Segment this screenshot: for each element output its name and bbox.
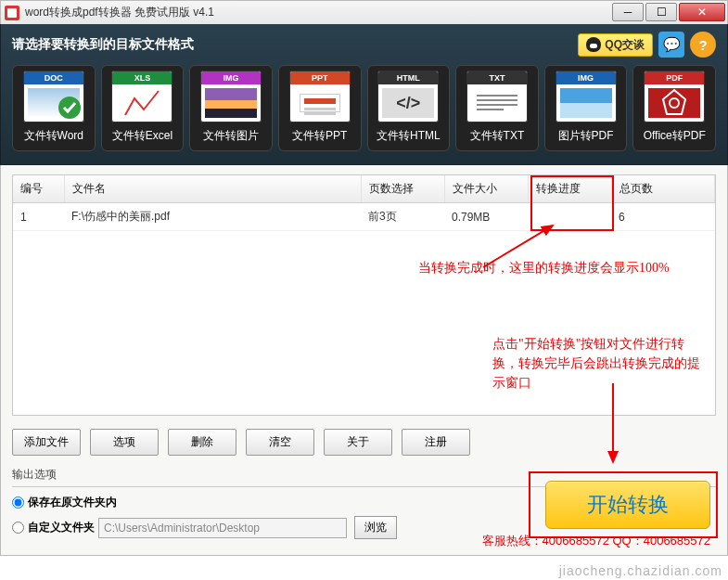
filetype-icon: XLS bbox=[111, 71, 172, 122]
about-button[interactable]: 关于 bbox=[324, 429, 392, 456]
close-button[interactable]: ✕ bbox=[679, 3, 725, 21]
col-total[interactable]: 总页数 bbox=[611, 175, 715, 203]
radio-original-folder[interactable] bbox=[12, 496, 24, 509]
col-pages[interactable]: 页数选择 bbox=[361, 175, 444, 203]
annotation-progress: 当转换完成时，这里的转换进度会显示100% bbox=[418, 258, 678, 277]
filetype-icon: DOC bbox=[23, 71, 84, 122]
panel-subtitle: 请选择要转换到的目标文件格式 bbox=[12, 36, 578, 53]
svg-point-1 bbox=[670, 98, 679, 108]
filetype-card-1[interactable]: XLS文件转Excel bbox=[101, 65, 185, 151]
radio-custom-folder-label: 自定义文件夹 bbox=[28, 520, 95, 535]
filetype-card-7[interactable]: PDFOffice转PDF bbox=[632, 65, 716, 151]
filetype-card-2[interactable]: IMG文件转图片 bbox=[189, 65, 273, 151]
format-selector-panel: 请选择要转换到的目标文件格式 QQ交谈 💬 ? DOC文件转WordXLS文件转… bbox=[0, 24, 728, 165]
filetype-label: 文件转HTML bbox=[377, 128, 441, 144]
cell-size: 0.79MB bbox=[444, 203, 528, 231]
filetype-icon: IMG bbox=[556, 71, 617, 122]
delete-button[interactable]: 删除 bbox=[168, 429, 236, 456]
filetype-label: Office转PDF bbox=[644, 128, 706, 144]
filetype-label: 文件转Excel bbox=[112, 128, 172, 144]
filetype-icon: PDF bbox=[644, 71, 705, 122]
clear-button[interactable]: 清空 bbox=[246, 429, 314, 456]
cell-name: F:\伤感中的美丽.pdf bbox=[64, 203, 361, 231]
minimize-button[interactable]: ─ bbox=[612, 3, 644, 21]
qq-chat-button[interactable]: QQ交谈 bbox=[578, 33, 653, 57]
qq-icon bbox=[586, 37, 601, 52]
maximize-button[interactable]: ☐ bbox=[645, 3, 677, 21]
output-path-input[interactable] bbox=[98, 518, 347, 538]
filetype-icon: HTML</> bbox=[377, 71, 439, 122]
filetype-card-0[interactable]: DOC文件转Word bbox=[12, 65, 96, 151]
app-icon bbox=[5, 6, 19, 20]
watermark: jiaocheng.chazidian.com bbox=[559, 563, 722, 578]
qq-chat-label: QQ交谈 bbox=[605, 37, 645, 53]
filetype-label: 文件转Word bbox=[24, 128, 83, 144]
highlight-start-button bbox=[529, 471, 718, 538]
cell-total: 6 bbox=[611, 203, 715, 231]
filetype-card-6[interactable]: IMG图片转PDF bbox=[544, 65, 628, 151]
hotline-text: 客服热线：4006685572 QQ：4006685572 bbox=[482, 533, 710, 549]
browse-button[interactable]: 浏览 bbox=[354, 516, 397, 539]
col-size[interactable]: 文件大小 bbox=[444, 175, 528, 203]
chat-icon[interactable]: 💬 bbox=[658, 32, 684, 58]
highlight-progress-column bbox=[530, 175, 614, 231]
col-no[interactable]: 编号 bbox=[13, 175, 64, 203]
annotation-start: 点击"开始转换"按钮对文件进行转换，转换完毕后会跳出转换完成的提示窗口 bbox=[492, 334, 706, 393]
filetype-card-5[interactable]: TXT文件转TXT bbox=[455, 65, 539, 151]
filetype-icon: TXT bbox=[466, 71, 528, 122]
filetype-icon: PPT bbox=[289, 71, 351, 122]
main-panel: 编号 文件名 页数选择 文件大小 转换进度 总页数 1F:\伤感中的美丽.pdf… bbox=[0, 165, 728, 556]
col-name[interactable]: 文件名 bbox=[64, 175, 361, 203]
radio-original-folder-label: 保存在原文件夹内 bbox=[28, 495, 117, 510]
filetype-label: 文件转PPT bbox=[292, 128, 347, 144]
add-file-button[interactable]: 添加文件 bbox=[12, 429, 81, 456]
radio-custom-folder[interactable] bbox=[12, 522, 24, 534]
cell-pages: 前3页 bbox=[361, 203, 444, 231]
titlebar: word转换成pdf转换器 免费试用版 v4.1 ─ ☐ ✕ bbox=[0, 0, 728, 24]
options-button[interactable]: 选项 bbox=[90, 429, 159, 456]
filetype-icon: IMG bbox=[200, 71, 262, 122]
cell-no: 1 bbox=[13, 203, 64, 231]
filetype-label: 文件转TXT bbox=[470, 128, 525, 144]
filetype-label: 文件转图片 bbox=[203, 128, 259, 144]
filetype-card-3[interactable]: PPT文件转PPT bbox=[278, 65, 362, 151]
filetype-card-4[interactable]: HTML</>文件转HTML bbox=[367, 65, 451, 151]
filetype-label: 图片转PDF bbox=[558, 128, 614, 144]
window-title: word转换成pdf转换器 免费试用版 v4.1 bbox=[25, 5, 612, 20]
register-button[interactable]: 注册 bbox=[402, 429, 470, 456]
help-icon[interactable]: ? bbox=[690, 32, 716, 58]
